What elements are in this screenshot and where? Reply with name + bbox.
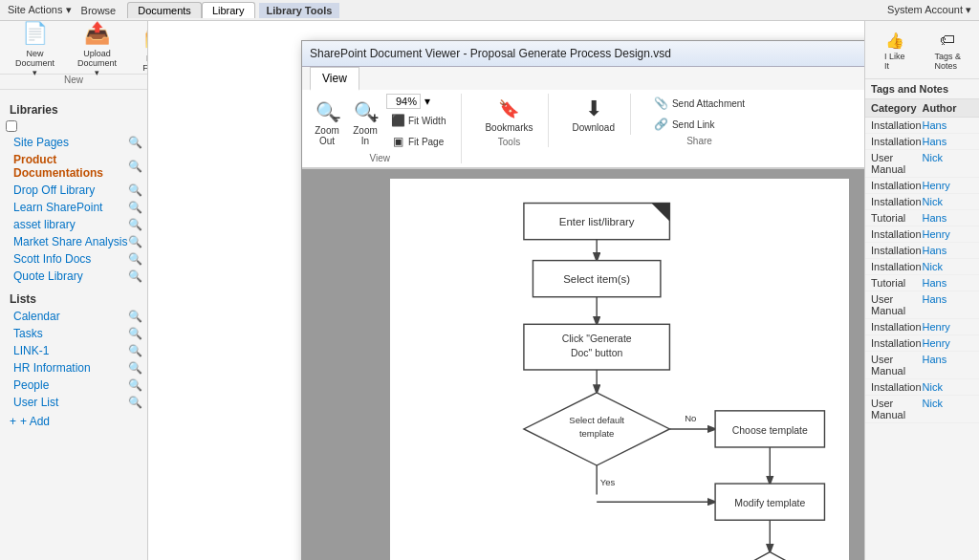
sidebar: 📄 NewDocument ▾ 📤 UploadDocument ▾ 📁 New… <box>0 21 148 560</box>
tags-label: Tags &Notes <box>935 52 962 71</box>
browse-btn[interactable]: Browse <box>81 5 117 16</box>
fit-width-icon: ⬛ <box>390 113 405 128</box>
zoom-options: ▾ ⬛ Fit Width ▣ Fit Page <box>386 94 449 151</box>
search-icon-market: 🔍 <box>128 235 141 248</box>
zoom-input[interactable] <box>386 94 421 109</box>
user-account[interactable]: System Account ▾ <box>887 4 971 16</box>
row-category: Installation <box>871 136 923 147</box>
new-document-btn[interactable]: 📄 NewDocument ▾ <box>8 21 62 81</box>
row-author[interactable]: Henry <box>923 180 974 191</box>
row-author[interactable]: Nick <box>923 152 974 175</box>
zoom-in-label: ZoomIn <box>353 125 378 146</box>
new-folder-btn[interactable]: 📁 NewFolder <box>132 21 148 76</box>
i-like-it-btn[interactable]: 👍 I LikeIt <box>881 27 908 73</box>
svg-text:Enter list/library: Enter list/library <box>559 216 635 227</box>
modal-viewer: Enter list/library Select item(s) Click … <box>302 169 864 560</box>
fit-width-btn[interactable]: ⬛ Fit Width <box>386 111 449 130</box>
svg-text:Choose template: Choose template <box>732 425 808 436</box>
select-all-checkbox[interactable] <box>6 120 17 132</box>
zoom-dropdown-icon[interactable]: ▾ <box>424 95 430 108</box>
row-author[interactable]: Henry <box>923 321 974 333</box>
table-row: TutorialHans <box>865 275 979 291</box>
row-author[interactable]: Nick <box>923 196 974 207</box>
row-category: Installation <box>871 261 923 272</box>
bookmarks-btn[interactable]: 🔖 Bookmarks <box>481 94 536 135</box>
tab-view[interactable]: View <box>310 67 359 91</box>
sidebar-item-drop-off[interactable]: Drop Off Library 🔍 <box>0 182 147 199</box>
send-attachment-btn[interactable]: 📎 Send Attachment <box>650 94 749 113</box>
row-author[interactable]: Nick <box>923 381 974 393</box>
svg-text:Select default: Select default <box>569 415 624 425</box>
row-author[interactable]: Henry <box>923 337 974 349</box>
row-author[interactable]: Hans <box>923 293 974 316</box>
table-row: InstallationHans <box>865 243 979 259</box>
row-author[interactable]: Hans <box>923 136 974 147</box>
zoom-in-btn[interactable]: 🔍+ ZoomIn <box>348 97 382 148</box>
add-link[interactable]: + + Add <box>0 411 147 432</box>
table-row: InstallationHenry <box>865 178 979 194</box>
sidebar-item-learn-sharepoint[interactable]: Learn SharePoint 🔍 <box>0 199 147 216</box>
library-tab[interactable]: Library <box>202 2 255 18</box>
send-link-label: Send Link <box>672 119 714 130</box>
sidebar-item-calendar[interactable]: Calendar 🔍 <box>0 308 147 325</box>
row-author[interactable]: Nick <box>923 261 974 272</box>
row-category: User Manual <box>871 152 923 175</box>
modal-scroll[interactable]: Enter list/library Select item(s) Click … <box>302 169 864 560</box>
new-document-label: NewDocument ▾ <box>15 49 54 77</box>
sidebar-item-user-list[interactable]: User List 🔍 <box>0 394 147 411</box>
row-author[interactable]: Hans <box>923 119 974 131</box>
download-btn[interactable]: ⬇ Download <box>568 94 618 135</box>
svg-text:No: No <box>685 413 696 423</box>
upload-document-btn[interactable]: 📤 UploadDocument ▾ <box>70 21 124 81</box>
row-author[interactable]: Hans <box>923 354 974 377</box>
new-folder-icon: 📁 <box>140 23 148 54</box>
row-author[interactable]: Hans <box>923 277 974 289</box>
sidebar-item-scott-docs[interactable]: Scott Info Docs 🔍 <box>0 250 147 268</box>
new-document-icon: 📄 <box>20 21 51 49</box>
search-icon-hr: 🔍 <box>128 361 141 375</box>
sidebar-item-tasks[interactable]: Tasks 🔍 <box>0 325 147 342</box>
download-label: Download <box>572 122 614 133</box>
search-icon-site-pages: 🔍 <box>128 136 141 149</box>
row-category: Installation <box>871 196 923 207</box>
download-icon: ⬇ <box>580 96 607 122</box>
ribbon-group-share: 📎 Send Attachment 🔗 Send Link Share <box>650 94 760 146</box>
row-author[interactable]: Hans <box>923 245 974 256</box>
sidebar-item-asset-library[interactable]: asset library 🔍 <box>0 216 147 233</box>
table-row: InstallationHans <box>865 134 979 150</box>
send-link-btn[interactable]: 🔗 Send Link <box>650 115 749 134</box>
row-category: Tutorial <box>871 277 923 289</box>
table-row: InstallationHenry <box>865 335 979 352</box>
modal-tabs: View <box>302 67 864 90</box>
new-section-label: New <box>0 75 147 90</box>
row-author[interactable]: Nick <box>923 398 974 420</box>
modal-ribbon-content: 🔍− ZoomOut 🔍+ ZoomIn <box>302 90 864 168</box>
sidebar-item-quote-library[interactable]: Quote Library 🔍 <box>0 268 147 285</box>
fit-page-btn[interactable]: ▣ Fit Page <box>386 132 449 151</box>
row-author[interactable]: Henry <box>923 228 974 240</box>
table-row: InstallationHenry <box>865 226 979 243</box>
search-icon-user-list: 🔍 <box>128 396 141 409</box>
sidebar-item-hr[interactable]: HR Information 🔍 <box>0 359 147 377</box>
sidebar-item-market-share[interactable]: Market Share Analysis 🔍 <box>0 233 147 250</box>
bookmarks-icon: 🔖 <box>495 96 522 122</box>
send-attachment-label: Send Attachment <box>672 98 745 109</box>
zoom-out-btn[interactable]: 🔍− ZoomOut <box>310 97 344 148</box>
search-icon-quote: 🔍 <box>128 269 141 283</box>
sidebar-item-link1[interactable]: LINK-1 🔍 <box>0 342 147 359</box>
documents-tab[interactable]: Documents <box>127 2 202 18</box>
search-icon-product-docs: 🔍 <box>128 160 141 173</box>
sidebar-item-site-pages[interactable]: Site Pages 🔍 <box>0 134 147 151</box>
svg-text:template: template <box>579 428 615 439</box>
tags-notes-btn[interactable]: 🏷 Tags &Notes <box>933 27 964 73</box>
right-panel-icons: 👍 I LikeIt 🏷 Tags &Notes <box>865 21 979 79</box>
row-author[interactable]: Hans <box>923 212 974 224</box>
row-category: Installation <box>871 381 923 393</box>
zoom-value-box: ▾ <box>386 94 449 109</box>
col-category: Category <box>871 102 923 114</box>
ribbon-group-download: ⬇ Download <box>568 94 630 135</box>
site-actions-btn[interactable]: Site Actions ▾ <box>8 4 72 16</box>
sidebar-item-product-docs[interactable]: Product Documentations 🔍 <box>0 151 147 182</box>
table-row: InstallationHenry <box>865 319 979 335</box>
sidebar-item-people[interactable]: People 🔍 <box>0 377 147 394</box>
